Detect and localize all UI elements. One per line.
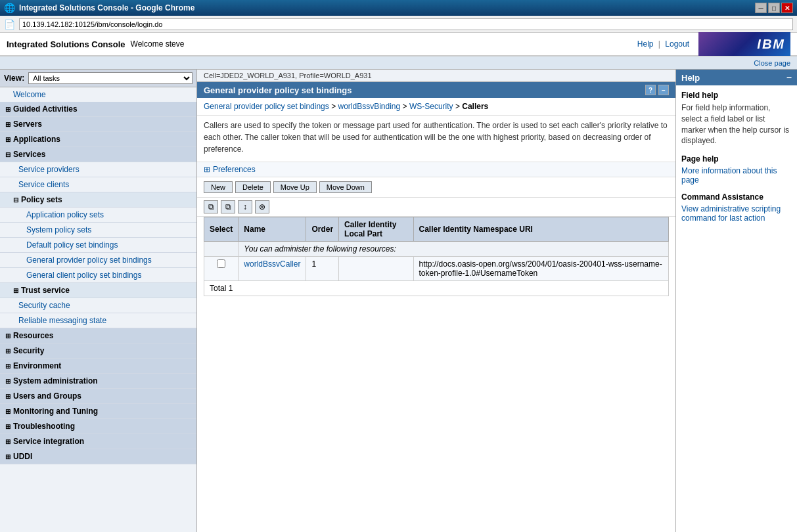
content-header: General provider policy set bindings ? − <box>197 82 675 98</box>
service-providers-link[interactable]: Service providers <box>18 165 80 174</box>
app-title: Integrated Solutions Console <box>7 39 125 49</box>
sidebar-item-servers[interactable]: ⊞ Servers <box>0 117 196 132</box>
welcome-link[interactable]: Welcome <box>13 90 46 99</box>
main-layout: View: All tasks Welcome ⊞ Guided Activit… <box>0 70 797 532</box>
sidebar-item-policy-sets[interactable]: ⊟ Policy sets <box>0 192 196 208</box>
row-checkbox[interactable] <box>217 259 225 268</box>
help-title: Help <box>681 73 700 83</box>
section-label: UDDI <box>13 452 32 461</box>
move-icon[interactable]: ↕ <box>238 200 252 213</box>
general-client-link[interactable]: General client policy set bindings <box>26 271 141 280</box>
system-policy-sets-link[interactable]: System policy sets <box>26 225 91 234</box>
move-down-button[interactable]: Move Down <box>319 181 372 193</box>
help-icon[interactable]: ? <box>645 85 656 95</box>
section-label: Security <box>13 346 44 355</box>
collapse-icon[interactable]: − <box>658 85 669 95</box>
sidebar-item-general-client-policy-set-bindings[interactable]: General client policy set bindings <box>0 268 196 283</box>
copy-icon[interactable]: ⧉ <box>204 200 218 213</box>
section-label: Service integration <box>13 437 84 446</box>
expand-icon: ⊞ <box>13 287 18 294</box>
close-page-link[interactable]: Close page <box>754 59 790 67</box>
address-input[interactable] <box>19 18 793 30</box>
delete-button[interactable]: Delete <box>235 181 271 193</box>
help-link[interactable]: Help <box>637 39 654 49</box>
expand-icon: ⊞ <box>5 393 11 400</box>
preferences-label: Preferences <box>213 165 256 174</box>
sidebar-item-service-providers[interactable]: Service providers <box>0 162 196 177</box>
action-toolbar: New Delete Move Up Move Down <box>197 177 675 198</box>
service-clients-link[interactable]: Service clients <box>18 180 69 189</box>
sidebar-item-system-policy-sets[interactable]: System policy sets <box>0 223 196 238</box>
maximize-button[interactable]: □ <box>768 3 780 13</box>
sidebar-item-uddi[interactable]: ⊞ UDDI <box>0 449 196 464</box>
copy2-icon[interactable]: ⧉ <box>221 200 235 213</box>
section-label: Servers <box>13 120 42 129</box>
content-area: Cell=JDED2_WORLD_A931, Profile=WORLD_A93… <box>197 70 675 532</box>
sidebar-item-reliable-messaging-state[interactable]: Reliable messaging state <box>0 313 196 328</box>
sidebar-item-trust-service[interactable]: ⊞ Trust service <box>0 283 196 298</box>
sidebar-item-applications[interactable]: ⊞ Applications <box>0 132 196 147</box>
section-label: Users and Groups <box>13 391 81 401</box>
titlebar: 🌐 Integrated Solutions Console - Google … <box>0 0 797 16</box>
select-cell[interactable] <box>204 257 239 281</box>
general-provider-link[interactable]: General provider policy set bindings <box>26 255 152 265</box>
sidebar-item-default-policy-set-bindings[interactable]: Default policy set bindings <box>0 238 196 253</box>
section-label: Troubleshooting <box>13 422 75 431</box>
window-controls: ─ □ ✕ <box>755 3 793 13</box>
command-assistance-heading: Command Assistance <box>681 192 792 202</box>
app-policy-sets-link[interactable]: Application policy sets <box>26 210 104 219</box>
default-policy-bindings-link[interactable]: Default policy set bindings <box>26 240 118 250</box>
breadcrumb-link-1[interactable]: General provider policy set bindings <box>204 102 329 111</box>
sidebar-item-system-administration[interactable]: ⊞ System administration <box>0 374 196 389</box>
sidebar-item-environment[interactable]: ⊞ Environment <box>0 359 196 374</box>
view-bar: View: All tasks <box>0 70 196 87</box>
move-up-button[interactable]: Move Up <box>273 181 317 193</box>
addressbar: 📄 <box>0 16 797 33</box>
col-order: Order <box>306 217 339 242</box>
security-cache-link[interactable]: Security cache <box>18 301 70 310</box>
sidebar-item-services[interactable]: ⊟ Services <box>0 147 196 162</box>
breadcrumb-link-2[interactable]: worldBssvBinding <box>338 102 400 111</box>
cell-info-text: Cell=JDED2_WORLD_A931, Profile=WORLD_A93… <box>204 72 372 79</box>
new-button[interactable]: New <box>204 181 233 193</box>
page-help-link[interactable]: More information about this page <box>681 166 777 185</box>
sidebar-item-security[interactable]: ⊞ Security <box>0 344 196 359</box>
sidebar-item-service-integration[interactable]: ⊞ Service integration <box>0 434 196 449</box>
section-label: System administration <box>13 376 98 386</box>
sidebar-item-troubleshooting[interactable]: ⊞ Troubleshooting <box>0 419 196 434</box>
logo-area: IBM <box>698 32 790 56</box>
expand-icon: ⊞ <box>5 438 11 445</box>
expand-icon: ⊞ <box>5 347 11 355</box>
expand-icon: ⊞ <box>5 423 11 430</box>
close-button[interactable]: ✕ <box>781 3 793 13</box>
subsection-label: Policy sets <box>21 195 62 204</box>
preferences-bar[interactable]: ⊞ Preferences <box>197 162 675 177</box>
logout-link[interactable]: Logout <box>665 39 689 49</box>
expand-icon: ⊞ <box>5 378 11 385</box>
callers-table: Select Name Order Caller Identity Local … <box>204 217 669 296</box>
view-select[interactable]: All tasks <box>28 72 193 84</box>
section-label: Monitoring and Tuning <box>13 407 98 416</box>
minimize-button[interactable]: ─ <box>755 3 767 13</box>
command-assistance-link[interactable]: View administrative scripting command fo… <box>681 204 781 223</box>
caller-name-link[interactable]: worldBssvCaller <box>244 259 300 269</box>
help-close-button[interactable]: − <box>786 72 792 83</box>
header-links: Help | Logout <box>635 39 692 49</box>
reliable-messaging-link[interactable]: Reliable messaging state <box>18 316 106 325</box>
expand-icon: ⊞ <box>5 106 11 113</box>
sidebar-item-service-clients[interactable]: Service clients <box>0 177 196 192</box>
filter-icon[interactable]: ⊛ <box>255 200 269 213</box>
sidebar-item-guided-activities[interactable]: ⊞ Guided Activities <box>0 102 196 117</box>
sidebar-item-general-provider-policy-set-bindings[interactable]: General provider policy set bindings <box>0 253 196 268</box>
total-text: Total 1 <box>204 281 669 296</box>
info-row-text: You can administer the following resourc… <box>239 242 669 257</box>
command-assistance-section: Command Assistance View administrative s… <box>681 192 792 223</box>
sidebar-item-users-and-groups[interactable]: ⊞ Users and Groups <box>0 389 196 404</box>
sidebar-item-monitoring-and-tuning[interactable]: ⊞ Monitoring and Tuning <box>0 404 196 419</box>
breadcrumb-link-3[interactable]: WS-Security <box>409 102 453 111</box>
sidebar-item-resources[interactable]: ⊞ Resources <box>0 328 196 344</box>
section-label: Guided Activities <box>13 104 78 114</box>
sidebar-item-application-policy-sets[interactable]: Application policy sets <box>0 208 196 223</box>
sidebar-welcome[interactable]: Welcome <box>0 87 196 102</box>
sidebar-item-security-cache[interactable]: Security cache <box>0 298 196 313</box>
